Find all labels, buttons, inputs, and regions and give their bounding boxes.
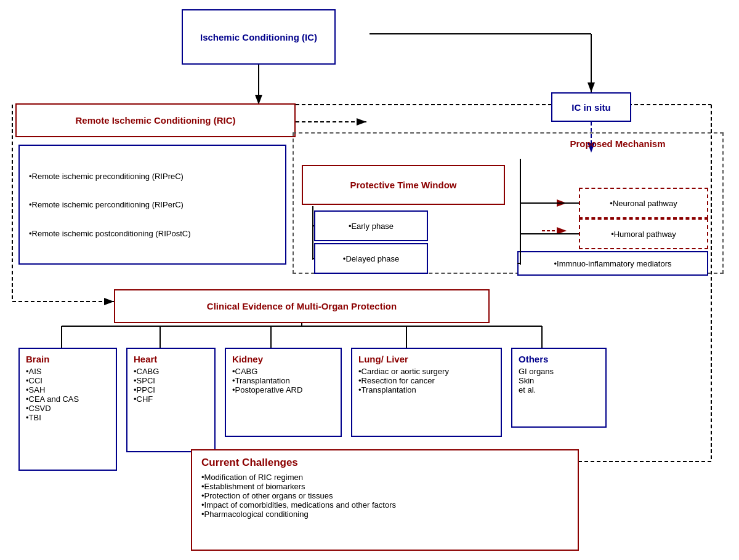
ric-box: Remote Ischemic Conditioning (RIC)	[15, 103, 296, 137]
others-title: Others	[519, 354, 548, 364]
brain-item-2: •CCI	[26, 376, 42, 385]
brain-item-3: •SAH	[26, 385, 45, 394]
brain-title: Brain	[26, 354, 49, 364]
protective-window-box: Protective Time Window	[302, 165, 505, 205]
others-item-3: et al.	[519, 385, 536, 394]
inflammatory-box: •Immnuo-inflammatory mediators	[517, 251, 708, 276]
delayed-phase-text: •Delayed phase	[343, 254, 399, 263]
brain-item-4: •CEA and CAS	[26, 394, 79, 404]
neuronal-pathway-box: •Neuronal pathway	[579, 188, 708, 218]
kidney-item-2: •Transplantation	[232, 376, 290, 385]
brain-item-5: •CSVD	[26, 404, 51, 413]
ic-in-situ-box: IC in situ	[551, 92, 631, 122]
lung-liver-box: Lung/ Liver •Cardiac or aortic surgery •…	[351, 348, 502, 437]
clinical-evidence-title: Clinical Evidence of Multi-Organ Protect…	[207, 301, 397, 311]
challenges-box: Current Challenges •Modification of RIC …	[191, 449, 579, 551]
protective-window-title: Protective Time Window	[350, 180, 457, 190]
ric-title: Remote Ischemic Conditioning (RIC)	[75, 115, 235, 126]
challenge-item-4: •Impact of comorbidities, medications an…	[201, 500, 396, 510]
heart-box: Heart •CABG •SPCI •PPCI •CHF	[126, 348, 216, 452]
delayed-phase-box: •Delayed phase	[314, 243, 428, 274]
clinical-evidence-box: Clinical Evidence of Multi-Organ Protect…	[114, 289, 490, 323]
challenge-item-1: •Modification of RIC regimen	[201, 473, 303, 482]
ric-item-3: •Remote ischemic postconditioning (RIPos…	[29, 229, 191, 238]
kidney-item-3: •Postoperative ARD	[232, 385, 302, 394]
heart-item-2: •SPCI	[134, 376, 155, 385]
challenge-item-5: •Pharmacological conditioning	[201, 510, 309, 519]
heart-item-1: •CABG	[134, 367, 159, 376]
others-box: Others GI organs Skin et al.	[511, 348, 607, 428]
humoral-pathway-text: •Humoral pathway	[611, 230, 676, 239]
brain-box: Brain •AIS •CCI •SAH •CEA and CAS •CSVD …	[18, 348, 117, 471]
others-item-1: GI organs	[519, 367, 554, 376]
lung-liver-item-2: •Resection for cancer	[358, 376, 435, 385]
heart-title: Heart	[134, 354, 157, 364]
lung-liver-item-3: •Transplantation	[358, 385, 416, 394]
proposed-mechanism-title: Proposed Mechanism	[570, 138, 665, 149]
early-phase-box: •Early phase	[314, 210, 428, 241]
diagram: Ischemic Conditioning (IC) IC in situ Re…	[0, 0, 739, 560]
ric-item-2: •Remote ischemic perconditioning (RIPerC…	[29, 200, 184, 209]
challenge-item-3: •Protection of other organs or tissues	[201, 491, 333, 500]
others-item-2: Skin	[519, 376, 534, 385]
kidney-title: Kidney	[232, 354, 263, 364]
challenge-item-2: •Establishment of biomarkers	[201, 482, 305, 491]
early-phase-text: •Early phase	[349, 222, 394, 231]
lung-liver-item-1: •Cardiac or aortic surgery	[358, 367, 449, 376]
lung-liver-title: Lung/ Liver	[358, 354, 408, 364]
ric-subitems-box: •Remote ischemic preconditioning (RIPreC…	[18, 145, 286, 265]
brain-item-6: •TBI	[26, 413, 41, 422]
brain-item-1: •AIS	[26, 367, 42, 376]
inflammatory-text: •Immnuo-inflammatory mediators	[554, 259, 672, 268]
ic-box: Ischemic Conditioning (IC)	[182, 9, 336, 65]
neuronal-pathway-text: •Neuronal pathway	[610, 199, 677, 208]
kidney-item-1: •CABG	[232, 367, 257, 376]
ic-in-situ-title: IC in situ	[571, 102, 610, 113]
ic-title: Ischemic Conditioning (IC)	[200, 32, 317, 42]
heart-item-3: •PPCI	[134, 385, 155, 394]
challenges-title: Current Challenges	[201, 457, 298, 468]
humoral-pathway-box: •Humoral pathway	[579, 218, 708, 249]
heart-item-4: •CHF	[134, 394, 153, 404]
ric-item-1: •Remote ischemic preconditioning (RIPreC…	[29, 172, 184, 181]
kidney-box: Kidney •CABG •Transplantation •Postopera…	[225, 348, 342, 437]
proposed-mechanism-title-area: Proposed Mechanism	[522, 138, 713, 149]
